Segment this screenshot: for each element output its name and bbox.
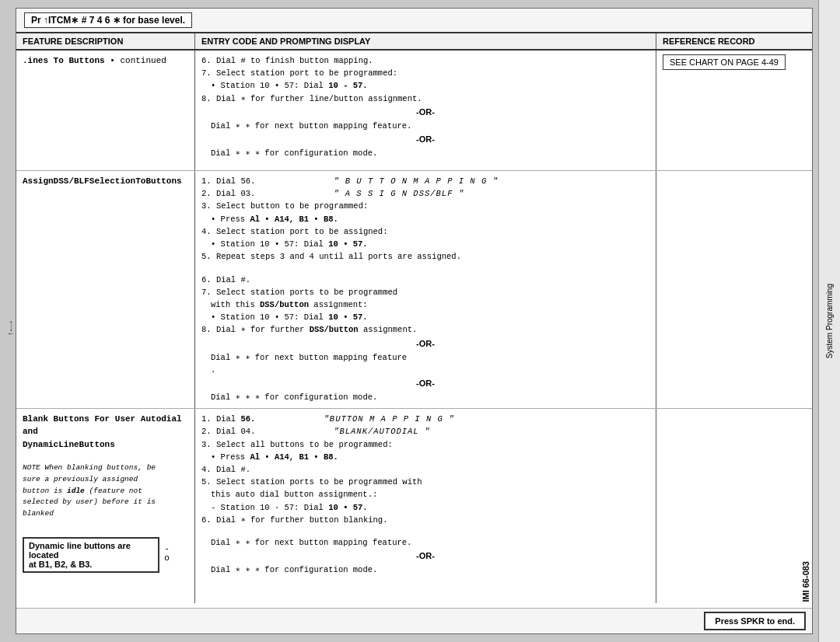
col-reference: REFERENCE RECORD xyxy=(656,33,812,49)
table-row: .ines To Buttons • continued 6. Dial # t… xyxy=(16,51,812,171)
dash-separator: - o xyxy=(164,544,188,563)
table-body: .ines To Buttons • continued 6. Dial # t… xyxy=(16,51,812,603)
note-blanking: NOTE When blanking buttons, be xyxy=(23,462,188,473)
col-entry: ENTRY CODE AND PROMPTING DISPLAY xyxy=(195,33,656,49)
table-row-blank: Blank Buttons For User Autodial and Dyna… xyxy=(16,409,812,603)
note-blanking4: selected by user) before it is xyxy=(23,497,188,508)
feature-title-dss: AssignDSS/BLFSelectionToButtons xyxy=(23,176,182,186)
left-marker: ↑←→ xyxy=(6,321,16,337)
entry-cell-lines: 6. Dial # to finish button mapping. 7. S… xyxy=(195,51,656,170)
see-chart-box: SEE CHART ON PAGE 4-49 xyxy=(663,54,786,70)
entry-cell-blank: 1. Dial 56. "BUTTON M A P P I N G " 2. D… xyxy=(195,409,656,603)
feature-cell-dss: AssignDSS/BLFSelectionToButtons xyxy=(16,171,195,408)
bottom-bar: Press SPKR to end. xyxy=(16,608,812,633)
dynamic-line-box: Dynamic line buttons are locatedat B1, B… xyxy=(23,537,159,573)
feature-cell-lines: .ines To Buttons • continued xyxy=(16,51,195,170)
reference-cell-lines: SEE CHART ON PAGE 4-49 xyxy=(656,51,812,170)
feature-subtitle-lines: • continued xyxy=(110,56,166,65)
system-programming-label: System Programming xyxy=(825,284,834,358)
press-spkr-button: Press SPKR to end. xyxy=(704,612,806,630)
note-blanking3: button is idle (feature not xyxy=(23,486,188,497)
feature-title-blank1: Blank Buttons For User Autodial and xyxy=(23,414,182,436)
col-feature: FEATURE DESCRIPTION xyxy=(16,33,195,49)
feature-title-blank2: DynamicLineButtons xyxy=(23,440,115,449)
column-headers: FEATURE DESCRIPTION ENTRY CODE AND PROMP… xyxy=(16,33,812,51)
entry-cell-dss: 1. Dial 56. " B U T T O N M A P P I N G … xyxy=(195,171,656,408)
side-label-panel: System Programming xyxy=(818,0,840,642)
header-command: Pr ↑ITCM∗ # 7 4 6 ∗ for base level. xyxy=(24,12,192,28)
table-row-dss: AssignDSS/BLFSelectionToButtons 1. Dial … xyxy=(16,171,812,409)
reference-cell-blank xyxy=(656,409,812,603)
header-bar: Pr ↑ITCM∗ # 7 4 6 ∗ for base level. xyxy=(16,9,812,33)
main-content: Pr ↑ITCM∗ # 7 4 6 ∗ for base level. FEAT… xyxy=(16,8,813,634)
feature-cell-blank: Blank Buttons For User Autodial and Dyna… xyxy=(16,409,195,603)
note-blanking2: sure a previously assigned xyxy=(23,474,188,485)
note-blanking5: blanked xyxy=(23,508,188,519)
imi-label: IMI 66-083 xyxy=(801,561,810,602)
reference-cell-dss xyxy=(656,171,812,408)
feature-title-lines: .ines To Buttons xyxy=(23,56,105,65)
page-container: System Programming ↑←→ Pr ↑ITCM∗ # 7 4 6… xyxy=(0,0,840,642)
